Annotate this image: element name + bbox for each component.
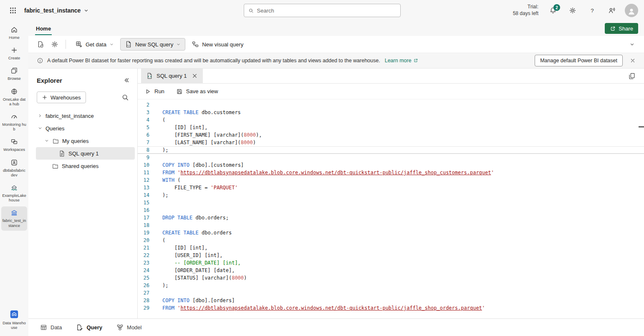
rail-item-home[interactable]: Home	[1, 23, 27, 43]
code-line-13[interactable]: 13 FILE_TYPE = 'PARQUET'	[138, 184, 644, 191]
code-line-16[interactable]: 16	[138, 206, 644, 214]
tree-item-my-queries[interactable]: My queries	[36, 135, 135, 147]
rail-item-onelake-data-hub[interactable]: OneLake data hub	[1, 85, 27, 109]
bottom-tab-label: Model	[127, 324, 141, 331]
copy-button[interactable]	[626, 70, 638, 82]
rail-item-fabric-test-instance[interactable]: fabric_test_instance	[1, 206, 27, 230]
code-line-15[interactable]: 15	[138, 199, 644, 206]
manage-dataset-button[interactable]: Manage default Power BI dataset	[535, 55, 623, 66]
sql-file-icon	[146, 72, 153, 79]
rail-item-label: Home	[9, 35, 19, 40]
bottom-tab-data[interactable]: Data	[40, 324, 62, 331]
code-line-9[interactable]: 9	[138, 154, 644, 161]
bottom-tab-query[interactable]: Query	[76, 324, 102, 331]
code-line-22[interactable]: 22 [USER_ID] [int],	[138, 252, 644, 259]
help-button[interactable]: ?	[586, 4, 599, 17]
trial-status: Trial: 58 days left	[513, 4, 538, 17]
banner-close-button[interactable]	[626, 54, 639, 67]
run-button[interactable]: Run	[144, 88, 164, 95]
code-line-7[interactable]: 7 [LAST_NAME] [varchar](8000)	[138, 139, 644, 146]
save-as-view-button[interactable]: Save as view	[176, 88, 218, 95]
code-text	[157, 221, 162, 229]
code-line-24[interactable]: 24 [ORDER_DATE] [date],	[138, 267, 644, 274]
new-sql-query-button[interactable]: SQL New SQL query	[120, 38, 185, 51]
add-warehouses-button[interactable]: Warehouses	[37, 92, 86, 103]
close-icon	[629, 57, 636, 64]
settings-button[interactable]	[566, 4, 579, 17]
scrollbar-thumb[interactable]	[639, 126, 644, 127]
line-number: 8	[138, 146, 157, 154]
code-line-14[interactable]: 14);	[138, 191, 644, 199]
share-button[interactable]: Share	[605, 23, 638, 34]
code-line-8[interactable]: 8);	[138, 146, 644, 154]
save-icon	[176, 88, 183, 95]
tab-home[interactable]: Home	[35, 22, 52, 35]
rail-item-create[interactable]: Create	[1, 44, 27, 63]
learn-more-link[interactable]: Learn more	[385, 58, 418, 64]
code-line-29[interactable]: 29FROM 'https://dbtlabsynapsedatalake.bl…	[138, 304, 644, 312]
notifications-button[interactable]: 2	[546, 4, 560, 17]
code-line-25[interactable]: 25 [STATUS] [varchar](8000)	[138, 274, 644, 282]
share-icon	[610, 25, 616, 32]
rail-item-workspaces[interactable]: Workspaces	[1, 135, 27, 155]
code-line-23[interactable]: 23 -- [ORDER_DATE] [int],	[138, 259, 644, 267]
waffle-icon	[9, 7, 17, 14]
code-line-4[interactable]: 4(	[138, 116, 644, 124]
rail-item-dbtlabsfabricdev[interactable]: dbtlabsfabricdev	[1, 156, 27, 180]
code-line-27[interactable]: 27	[138, 289, 644, 297]
rail-item-monitoring-hub[interactable]: Monitoring hub	[1, 110, 27, 134]
home-toolbar: Get data SQL New SQL query New visual qu…	[28, 36, 644, 53]
tree-item-sql-query-1[interactable]: SQL query 1	[36, 147, 135, 160]
code-editor[interactable]: 23CREATE TABLE dbo.customers4(5 [ID] [in…	[138, 99, 644, 318]
query-tab-strip: SQL query 1	[138, 69, 644, 84]
account-avatar[interactable]	[625, 4, 638, 17]
query-tab[interactable]: SQL query 1	[141, 69, 203, 84]
close-tab-button[interactable]	[190, 71, 200, 81]
code-line-18[interactable]: 18	[138, 221, 644, 229]
refresh-button[interactable]	[34, 38, 47, 51]
warehouse-settings-button[interactable]	[48, 38, 61, 51]
code-line-20[interactable]: 20(	[138, 237, 644, 244]
code-line-17[interactable]: 17DROP TABLE dbo.orders;	[138, 214, 644, 221]
feedback-button[interactable]	[605, 4, 619, 17]
line-number: 22	[138, 252, 157, 259]
line-number: 21	[138, 244, 157, 252]
tree-item-fabric-test-instance[interactable]: fabric_test_instance	[36, 109, 135, 122]
code-line-28[interactable]: 28COPY INTO [dbo].[orders]	[138, 297, 644, 304]
toolbar-divider	[66, 40, 66, 49]
search-input[interactable]	[257, 8, 396, 14]
code-line-21[interactable]: 21 [ID] [int],	[138, 244, 644, 252]
bottom-tab-model[interactable]: Model	[116, 324, 141, 331]
rail-item-browse[interactable]: Browse	[1, 64, 27, 84]
line-number: 13	[138, 184, 157, 191]
line-number: 23	[138, 259, 157, 267]
code-line-26[interactable]: 26);	[138, 282, 644, 289]
collapse-ribbon-button[interactable]	[626, 38, 638, 51]
explorer-search-button[interactable]	[119, 91, 131, 104]
save-as-view-label: Save as view	[186, 88, 218, 94]
tree-item-shared-queries[interactable]: Shared queries	[36, 160, 135, 172]
code-line-10[interactable]: 10COPY INTO [dbo].[customers]	[138, 161, 644, 169]
global-search	[244, 4, 401, 17]
rail-item-examplelakehouse[interactable]: ExampleLakehouse	[1, 181, 27, 205]
new-visual-query-button[interactable]: New visual query	[187, 38, 248, 51]
code-line-11[interactable]: 11FROM 'https://dbtlabsynapsedatalake.bl…	[138, 169, 644, 176]
code-line-12[interactable]: 12WITH (	[138, 176, 644, 184]
code-line-5[interactable]: 5 [ID] [int],	[138, 124, 644, 131]
collapse-explorer-button[interactable]	[121, 74, 132, 86]
rail-item-data-warehouse[interactable]: Data Warehouse	[1, 307, 27, 333]
workspace-name-button[interactable]: fabric_test_instance	[24, 7, 89, 14]
explorer-title: Explorer	[37, 77, 62, 84]
code-line-2[interactable]: 2	[138, 101, 644, 109]
get-data-button[interactable]: Get data	[71, 38, 119, 51]
code-line-3[interactable]: 3CREATE TABLE dbo.customers	[138, 109, 644, 116]
code-line-19[interactable]: 19CREATE TABLE dbo.orders	[138, 229, 644, 237]
code-line-6[interactable]: 6 [FIRST_NAME] [varchar](8000),	[138, 131, 644, 139]
app-launcher-button[interactable]	[6, 3, 20, 18]
tree-item-queries[interactable]: Queries	[36, 122, 135, 135]
svg-text:SQL: SQL	[127, 44, 131, 46]
code-text: COPY INTO [dbo].[orders]	[157, 297, 235, 304]
tree-item-label: My queries	[62, 138, 89, 144]
learn-more-label: Learn more	[385, 58, 412, 64]
rail-item-label: OneLake data hub	[2, 97, 26, 106]
